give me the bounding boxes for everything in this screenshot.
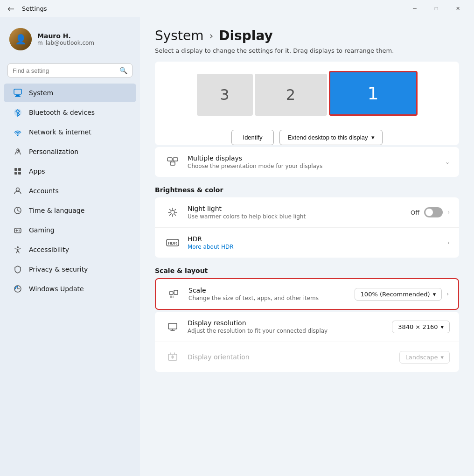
identify-button[interactable]: Identify (231, 130, 274, 145)
svg-point-4 (17, 135, 19, 136)
sidebar-item-label-time: Time & language (29, 207, 84, 214)
svg-text:HDR: HDR (168, 241, 177, 245)
user-profile[interactable]: 👤 Mauro H. m_lab@outlook.com (0, 21, 140, 58)
monitor-2[interactable]: 2 (255, 74, 327, 116)
breadcrumb-current: Display (219, 28, 272, 43)
update-icon (13, 284, 22, 294)
display-resolution-row[interactable]: Display resolution Adjust the resolution… (155, 312, 459, 342)
brightness-color-card: Night light Use warmer colors to help bl… (155, 197, 459, 258)
sidebar-item-bluetooth[interactable]: Bluetooth & devices (4, 103, 136, 122)
scale-text: Scale Change the size of text, apps, and… (188, 287, 355, 301)
sidebar-item-personalization[interactable]: Personalization (4, 142, 136, 161)
sidebar-item-accounts[interactable]: Accounts (4, 182, 136, 200)
scale-value: 100% (Recommended) (361, 291, 430, 298)
scale-dropdown[interactable]: 100% (Recommended) ▾ (355, 288, 442, 301)
orientation-chevron-down-icon: ▾ (440, 354, 444, 361)
sidebar-item-label-accounts: Accounts (29, 187, 59, 195)
monitor-1[interactable]: 1 (329, 71, 418, 116)
display-resolution-right: 3840 × 2160 ▾ (392, 321, 450, 333)
hdr-text: HDR More about HDR (188, 235, 447, 250)
svg-rect-8 (14, 172, 17, 175)
sidebar-item-label-personalization: Personalization (29, 148, 78, 155)
scale-card: Scale Change the size of text, apps, and… (155, 278, 459, 310)
scale-section-heading: Scale & layout (155, 267, 459, 274)
brightness-section-heading: Brightness & color (155, 186, 459, 194)
monitor-3[interactable]: 3 (197, 74, 253, 116)
hdr-row[interactable]: HDR HDR More about HDR › (155, 228, 459, 258)
chevron-down-icon: ▾ (371, 134, 375, 141)
night-light-text: Night light Use warmer colors to help bl… (188, 205, 411, 220)
search-box[interactable]: 🔍 (7, 63, 132, 77)
svg-point-10 (16, 188, 20, 191)
back-button[interactable]: ← (6, 2, 16, 15)
svg-rect-0 (14, 89, 21, 94)
multiple-displays-row[interactable]: Multiple displays Choose the presentatio… (155, 147, 459, 177)
sidebar-item-system[interactable]: System (4, 84, 136, 102)
display-orientation-icon (164, 349, 181, 365)
night-light-row[interactable]: Night light Use warmer colors to help bl… (155, 197, 459, 228)
hdr-title: HDR (188, 235, 447, 243)
svg-rect-2 (15, 96, 21, 97)
scale-row[interactable]: Scale Change the size of text, apps, and… (156, 279, 458, 309)
bluetooth-icon (13, 108, 22, 117)
display-orientation-right: Landscape ▾ (399, 351, 450, 364)
display-resolution-value: 3840 × 2160 (398, 323, 438, 330)
svg-rect-25 (168, 323, 177, 329)
sidebar-item-network[interactable]: Network & internet (4, 123, 136, 141)
svg-rect-23 (169, 292, 173, 294)
svg-rect-18 (173, 158, 178, 161)
svg-point-14 (19, 231, 20, 231)
scale-chevron-down-icon: ▾ (433, 291, 436, 298)
page-description: Select a display to change the settings … (155, 47, 459, 54)
privacy-icon (13, 265, 22, 274)
titlebar-controls: ─ □ ✕ (404, 1, 468, 16)
sidebar-item-update[interactable]: Windows Update (4, 280, 136, 298)
sidebar-item-apps[interactable]: Apps (4, 162, 136, 181)
apps-icon (13, 167, 22, 176)
sidebar-item-time[interactable]: Time & language (4, 201, 136, 220)
minimize-button[interactable]: ─ (404, 1, 425, 16)
gaming-icon (13, 225, 22, 235)
maximize-button[interactable]: □ (425, 1, 447, 16)
close-button[interactable]: ✕ (447, 1, 468, 16)
user-info: Mauro H. m_lab@outlook.com (37, 32, 94, 46)
avatar-image: 👤 (9, 28, 32, 50)
monitor-2-number: 2 (286, 86, 295, 104)
display-resolution-dropdown[interactable]: 3840 × 2160 ▾ (392, 321, 450, 333)
night-light-toggle[interactable] (424, 207, 443, 217)
extend-button[interactable]: Extend desktop to this display ▾ (279, 130, 383, 145)
resolution-chevron-down-icon: ▾ (440, 323, 444, 330)
titlebar-title: Settings (22, 5, 47, 12)
night-light-title: Night light (188, 205, 411, 212)
sidebar-item-label-apps: Apps (29, 168, 45, 175)
night-light-chevron: › (447, 209, 450, 216)
monitor-1-number: 1 (367, 83, 378, 104)
content-area: System › Display Select a display to cha… (140, 17, 474, 476)
hdr-chevron: › (447, 239, 450, 246)
sidebar-item-label-update: Windows Update (29, 285, 84, 293)
search-icon: 🔍 (119, 67, 127, 74)
hdr-link[interactable]: More about HDR (188, 244, 234, 250)
display-orientation-text: Display orientation (188, 353, 399, 361)
svg-rect-19 (170, 162, 175, 165)
layout-card: Display resolution Adjust the resolution… (155, 312, 459, 372)
user-name: Mauro H. (37, 32, 94, 40)
app-container: 👤 Mauro H. m_lab@outlook.com 🔍 System (0, 17, 474, 476)
scale-chevron-right: › (446, 291, 449, 297)
multiple-displays-right: ⌄ (445, 159, 450, 165)
sidebar-item-privacy[interactable]: Privacy & security (4, 260, 136, 279)
display-selector-card: 3 2 1 Identify Extend desktop to this di… (155, 62, 459, 145)
display-orientation-dropdown: Landscape ▾ (399, 351, 450, 364)
sidebar-item-label-system: System (29, 89, 53, 97)
sidebar-item-label-network: Network & internet (29, 128, 91, 136)
personalization-icon (13, 147, 22, 156)
svg-rect-1 (16, 95, 20, 96)
hdr-right: › (447, 239, 450, 246)
page-header: System › Display (155, 28, 459, 43)
sidebar-item-gaming[interactable]: Gaming (4, 221, 136, 239)
titlebar-left: ← Settings (6, 2, 47, 15)
svg-rect-17 (167, 158, 172, 161)
sidebar-item-accessibility[interactable]: Accessibility (4, 240, 136, 259)
search-input[interactable] (13, 67, 116, 74)
night-light-right: Off › (411, 207, 450, 217)
